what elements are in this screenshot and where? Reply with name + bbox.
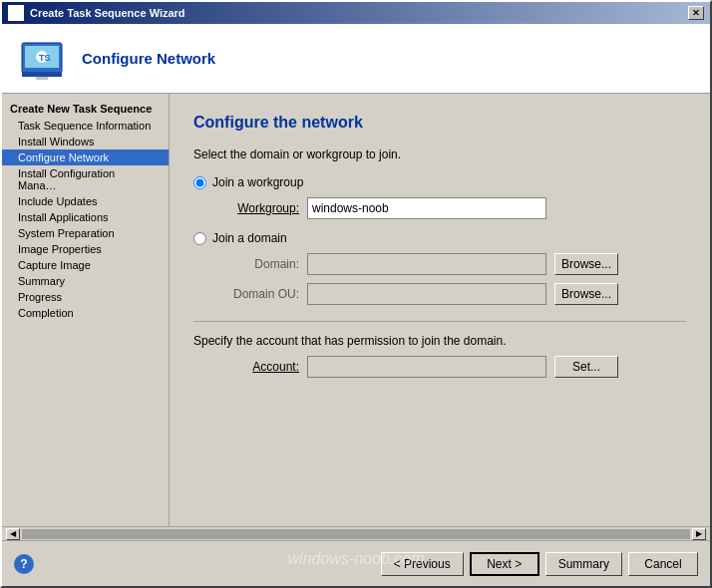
workgroup-input[interactable] [307, 197, 546, 219]
window-title: Create Task Sequence Wizard [30, 7, 185, 19]
sidebar: Create New Task Sequence Task Sequence I… [2, 94, 170, 526]
join-domain-label[interactable]: Join a domain [212, 231, 287, 245]
join-workgroup-radio[interactable] [193, 176, 206, 189]
domain-ou-field-row: Domain OU: Browse... [193, 283, 686, 305]
next-button[interactable]: Next > [470, 552, 539, 576]
sidebar-item-capture-image[interactable]: Capture Image [2, 257, 169, 273]
window-icon: 🖥 [8, 5, 24, 21]
svg-rect-2 [22, 73, 62, 77]
sidebar-item-summary[interactable]: Summary [2, 273, 169, 289]
account-input[interactable] [307, 356, 546, 378]
scroll-left-arrow[interactable]: ◀ [6, 528, 20, 540]
workgroup-label: Workgroup: [217, 201, 307, 215]
sidebar-item-install-config-manager[interactable]: Install Configuration Mana… [2, 165, 169, 193]
account-section: Specify the account that has permission … [193, 321, 686, 378]
set-button[interactable]: Set... [554, 356, 618, 378]
join-domain-row: Join a domain [193, 231, 686, 245]
cancel-button[interactable]: Cancel [628, 552, 698, 576]
footer-buttons: < Previous Next > Summary Cancel [381, 552, 698, 576]
sidebar-item-include-updates[interactable]: Include Updates [2, 193, 169, 209]
sidebar-item-system-preparation[interactable]: System Preparation [2, 225, 169, 241]
sidebar-item-task-sequence-info[interactable]: Task Sequence Information [2, 118, 169, 134]
account-field-row: Account: Set... [193, 356, 686, 378]
wizard-header-icon: TS [18, 35, 66, 83]
domain-browse-button[interactable]: Browse... [554, 253, 618, 275]
footer: ? < Previous Next > Summary Cancel [2, 540, 710, 586]
main-content: Configure the network Select the domain … [170, 94, 710, 526]
workgroup-field-row: Workgroup: [193, 197, 686, 219]
content-area: Create New Task Sequence Task Sequence I… [2, 94, 710, 526]
domain-input[interactable] [307, 253, 546, 275]
join-workgroup-label[interactable]: Join a workgroup [212, 175, 303, 189]
join-domain-radio[interactable] [193, 232, 206, 245]
svg-rect-3 [36, 77, 48, 80]
join-workgroup-section: Join a workgroup Workgroup: [193, 175, 686, 219]
help-button[interactable]: ? [14, 554, 34, 574]
scroll-track[interactable] [22, 529, 690, 539]
header-panel: TS Configure Network [2, 24, 710, 94]
title-bar: 🖥 Create Task Sequence Wizard ✕ [2, 2, 710, 24]
join-workgroup-row: Join a workgroup [193, 175, 686, 189]
sidebar-item-progress[interactable]: Progress [2, 289, 169, 305]
domain-ou-browse-button[interactable]: Browse... [554, 283, 618, 305]
page-title: Configure the network [193, 114, 686, 132]
domain-field-row: Domain: Browse... [193, 253, 686, 275]
domain-ou-label: Domain OU: [217, 287, 307, 301]
domain-label: Domain: [217, 257, 307, 271]
wizard-window: 🖥 Create Task Sequence Wizard ✕ TS Confi… [0, 0, 712, 588]
join-domain-section: Join a domain Domain: Browse... Domain O… [193, 231, 686, 305]
sidebar-item-image-properties[interactable]: Image Properties [2, 241, 169, 257]
sidebar-item-completion[interactable]: Completion [2, 305, 169, 321]
svg-text:TS: TS [39, 53, 51, 63]
description-text: Select the domain or workgroup to join. [193, 147, 686, 161]
close-button[interactable]: ✕ [688, 6, 704, 20]
header-title: Configure Network [82, 50, 215, 67]
sidebar-item-install-applications[interactable]: Install Applications [2, 209, 169, 225]
previous-button[interactable]: < Previous [381, 552, 464, 576]
footer-left: ? [14, 554, 34, 574]
scroll-right-arrow[interactable]: ▶ [692, 528, 706, 540]
sidebar-item-configure-network[interactable]: Configure Network [2, 149, 169, 165]
domain-ou-input[interactable] [307, 283, 546, 305]
account-label: Account: [217, 360, 307, 374]
scrollbar-area: ◀ ▶ [2, 526, 710, 540]
summary-button[interactable]: Summary [545, 552, 622, 576]
sidebar-item-install-windows[interactable]: Install Windows [2, 134, 169, 149]
account-description: Specify the account that has permission … [193, 334, 686, 348]
sidebar-group-title: Create New Task Sequence [2, 100, 169, 118]
